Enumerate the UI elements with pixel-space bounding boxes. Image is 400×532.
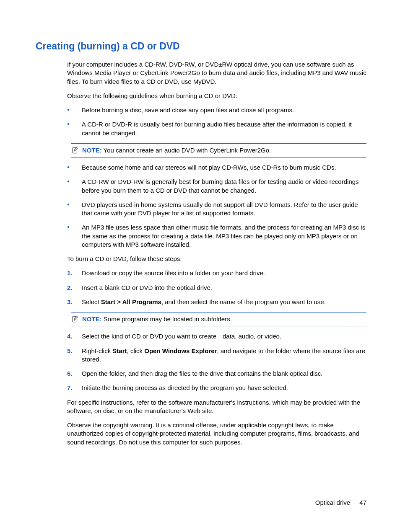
page-number: 47	[359, 499, 366, 506]
guidelines-list-1: Before burning a disc, save and close an…	[67, 106, 366, 137]
note-label: NOTE:	[82, 315, 102, 323]
steps-list-2: 4.Select the kind of CD or DVD you want …	[67, 332, 366, 392]
steps-list-1: 1.Download or copy the source files into…	[67, 269, 366, 306]
list-item: 4.Select the kind of CD or DVD you want …	[67, 332, 366, 341]
note-text: NOTE: Some programs may be located in su…	[82, 315, 366, 323]
list-item: An MP3 file uses less space than other m…	[67, 223, 366, 249]
note-callout: NOTE: Some programs may be located in su…	[71, 312, 366, 326]
note-label: NOTE:	[82, 147, 102, 154]
page-footer: Optical drive 47	[315, 498, 366, 507]
list-item: 6.Open the folder, and then drag the fil…	[67, 369, 366, 378]
list-item: A CD-RW or DVD-RW is generally best for …	[67, 178, 366, 195]
list-item: DVD players used in home systems usually…	[67, 201, 366, 218]
list-item: 7.Initiate the burning process as direct…	[67, 384, 366, 392]
guidelines-intro: Observe the following guidelines when bu…	[67, 92, 366, 100]
list-item: 1.Download or copy the source files into…	[67, 269, 366, 277]
note-callout: NOTE: You cannot create an audio DVD wit…	[71, 143, 366, 158]
footer-section: Optical drive	[315, 499, 350, 506]
list-item: Before burning a disc, save and close an…	[67, 106, 366, 114]
note-text: NOTE: You cannot create an audio DVD wit…	[82, 146, 366, 155]
note-icon	[71, 147, 79, 154]
list-item: Because some home and car stereos will n…	[67, 163, 366, 172]
intro-paragraph: If your computer includes a CD-RW, DVD-R…	[67, 60, 366, 86]
list-item: 3.Select Start > All Programs, and then …	[67, 298, 366, 306]
list-item: A CD-R or DVD-R is usually best for burn…	[67, 120, 366, 137]
guidelines-list-2: Because some home and car stereos will n…	[67, 163, 366, 249]
steps-intro: To burn a CD or DVD, follow these steps:	[67, 255, 366, 263]
list-item: 5.Right-click Start, click Open Windows …	[67, 347, 366, 364]
list-item: 2.Insert a blank CD or DVD into the opti…	[67, 284, 366, 292]
page-heading: Creating (burning) a CD or DVD	[36, 40, 366, 53]
note-icon	[71, 315, 79, 323]
closing-paragraph: For specific instructions, refer to the …	[67, 398, 366, 416]
copyright-paragraph: Observe the copyright warning. It is a c…	[67, 421, 366, 447]
